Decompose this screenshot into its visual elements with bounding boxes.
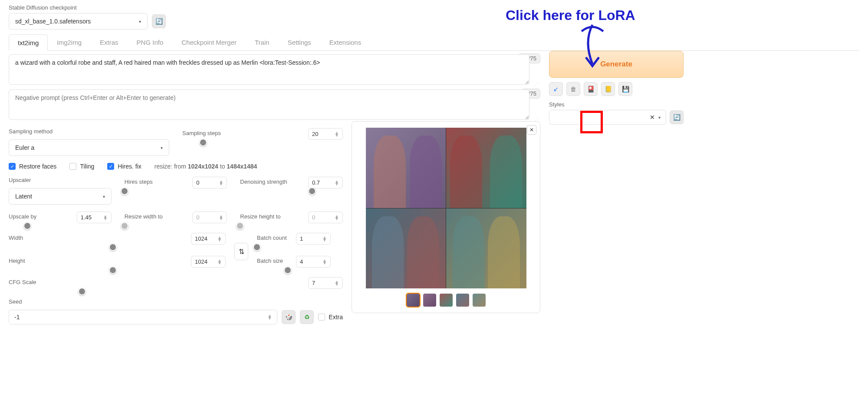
restore-faces-checkbox[interactable]: ✓Restore faces: [9, 163, 56, 170]
save-button[interactable]: 💾: [618, 82, 632, 96]
tab-settings[interactable]: Settings: [279, 34, 320, 50]
batch-size-label: Batch size: [257, 258, 283, 264]
swap-wh-button[interactable]: ⇅: [234, 243, 248, 260]
checkpoint-dropdown[interactable]: sd_xl_base_1.0.safetensors ▾: [9, 13, 148, 30]
seed-random-button[interactable]: 🎲: [282, 310, 296, 324]
resize-width-label: Resize width to: [125, 213, 163, 220]
thumbnail[interactable]: [440, 294, 453, 307]
height-input[interactable]: 1024▲▼: [191, 256, 226, 268]
caret-icon: ▾: [103, 194, 105, 199]
negative-prompt-input[interactable]: [9, 89, 529, 120]
tab-pnginfo[interactable]: PNG Info: [128, 34, 173, 50]
refresh-styles-button[interactable]: 🔄: [670, 110, 684, 124]
seed-label: Seed: [9, 298, 343, 305]
batch-size-input[interactable]: 4▲▼: [296, 256, 331, 268]
tab-extras[interactable]: Extras: [91, 34, 128, 50]
upscale-by-label: Upscale by: [9, 213, 36, 220]
output-image[interactable]: [446, 128, 526, 208]
generate-button[interactable]: Generate: [549, 51, 684, 78]
output-image[interactable]: [446, 208, 526, 289]
arrow-button[interactable]: ↙: [549, 82, 563, 96]
sampling-method-dropdown[interactable]: Euler a ▾: [9, 139, 169, 156]
thumbnail[interactable]: [456, 294, 469, 307]
sampling-method-label: Sampling method: [9, 128, 169, 135]
height-label: Height: [9, 258, 25, 264]
refresh-checkpoint-button[interactable]: 🔄: [152, 14, 166, 28]
cfg-label: CFG Scale: [9, 279, 36, 285]
extra-networks-button[interactable]: 🎴: [584, 82, 598, 96]
caret-icon: ▾: [139, 19, 141, 24]
seed-extra-checkbox[interactable]: Extra: [318, 314, 343, 321]
thumbnail[interactable]: [423, 294, 436, 307]
resize-width-input[interactable]: 0▲▼: [192, 212, 227, 223]
tab-txt2img[interactable]: txt2img: [9, 34, 48, 51]
output-image-grid[interactable]: [366, 128, 526, 288]
upscaler-dropdown[interactable]: Latent ▾: [9, 188, 112, 205]
resize-height-label: Resize height to: [240, 213, 280, 220]
sampling-steps-input[interactable]: 20▲▼: [308, 128, 343, 140]
output-thumbnails: [358, 294, 534, 307]
tab-train[interactable]: Train: [246, 34, 279, 50]
tab-img2img[interactable]: img2img: [48, 34, 91, 50]
checkpoint-value: sd_xl_base_1.0.safetensors: [15, 18, 91, 25]
hires-steps-input[interactable]: 0▲▼: [192, 177, 227, 189]
output-image[interactable]: [366, 128, 446, 208]
batch-count-label: Batch count: [257, 235, 287, 241]
prompt-input[interactable]: a wizard with a colorful robe and staff,…: [9, 54, 529, 85]
width-label: Width: [9, 235, 23, 241]
hires-steps-label: Hires steps: [125, 179, 153, 185]
sampling-steps-label: Sampling steps: [182, 130, 221, 136]
denoise-label: Denoising strength: [240, 179, 287, 185]
close-output-button[interactable]: ✕: [527, 125, 536, 135]
styles-label: Styles: [549, 101, 684, 108]
styles-dropdown[interactable]: ✕ ▾: [549, 110, 666, 125]
sampling-method-value: Euler a: [15, 144, 34, 151]
output-panel: ✕: [352, 121, 540, 313]
output-image[interactable]: [366, 208, 446, 289]
styles-clear-icon[interactable]: ✕: [650, 114, 655, 121]
seed-reuse-button[interactable]: ♻: [300, 310, 314, 324]
folder-button[interactable]: 📒: [601, 82, 615, 96]
upscale-by-input[interactable]: 1.45▲▼: [77, 212, 112, 223]
upscaler-value: Latent: [15, 193, 32, 200]
tab-checkpoint-merger[interactable]: Checkpoint Merger: [172, 34, 246, 50]
width-input[interactable]: 1024▲▼: [191, 233, 226, 245]
main-tabs: txt2img img2img Extras PNG Info Checkpoi…: [9, 34, 859, 51]
resize-height-input[interactable]: 0▲▼: [308, 212, 343, 223]
thumbnail[interactable]: [473, 294, 486, 307]
upscaler-label: Upscaler: [9, 177, 112, 183]
resize-info: resize: from 1024x1024 to 1484x1484: [155, 163, 257, 170]
denoise-input[interactable]: 0.7▲▼: [308, 177, 343, 189]
cfg-input[interactable]: 7▲▼: [308, 277, 343, 289]
caret-icon: ▾: [658, 115, 661, 120]
thumbnail[interactable]: [407, 294, 420, 307]
tiling-checkbox[interactable]: Tiling: [69, 163, 94, 170]
tab-extensions[interactable]: Extensions: [320, 34, 370, 50]
seed-input[interactable]: -1▲▼: [9, 310, 277, 324]
hires-fix-checkbox[interactable]: ✓Hires. fix: [107, 163, 141, 170]
caret-icon: ▾: [161, 146, 163, 150]
checkpoint-label: Stable Diffusion checkpoint: [9, 4, 166, 11]
clear-button[interactable]: 🗑: [566, 82, 580, 96]
batch-count-input[interactable]: 1▲▼: [296, 233, 331, 245]
